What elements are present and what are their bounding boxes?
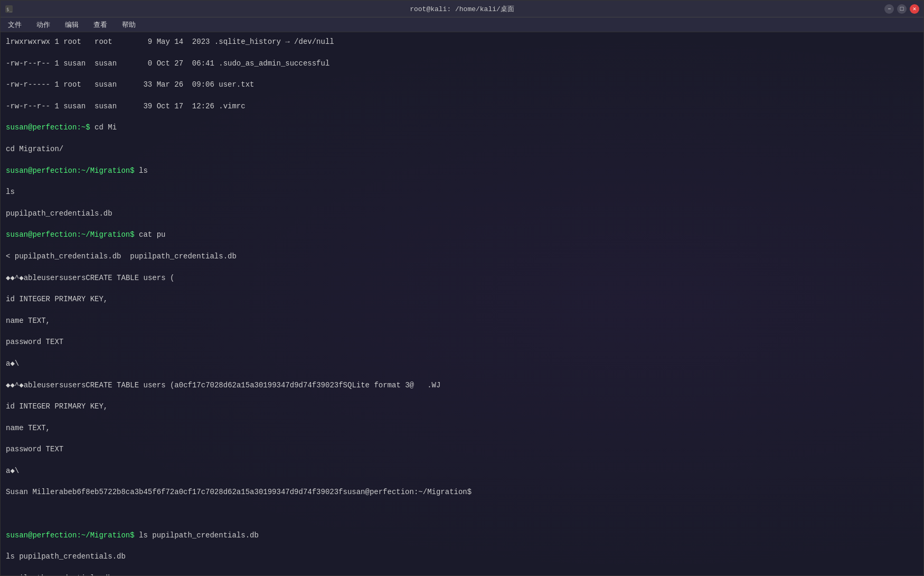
close-button[interactable]: ✕ (910, 4, 919, 14)
line-2: -rw-r--r-- 1 susan susan 0 Oct 27 06:41 … (6, 58, 918, 69)
menubar: 文件 动作 编辑 查看 帮助 (1, 17, 923, 32)
minimize-button[interactable]: － (884, 4, 894, 14)
line-10: susan@perfection:~/Migration$ cat pu (6, 229, 918, 240)
line-23 (6, 508, 918, 519)
line-15: password TEXT (6, 337, 918, 347)
titlebar-title: root@kali: /home/kali/桌面 (410, 4, 514, 14)
menu-view[interactable]: 查看 (90, 19, 110, 31)
line-16: a◆\ (6, 358, 918, 369)
line-7: susan@perfection:~/Migration$ ls (6, 165, 918, 176)
line-14: name TEXT, (6, 315, 918, 326)
line-20: password TEXT (6, 444, 918, 454)
line-5: susan@perfection:~$ cd Mi (6, 122, 918, 133)
svg-text:$_: $_ (6, 7, 12, 12)
terminal-body[interactable]: lrwxrwxrwx 1 root root 9 May 14 2023 .sq… (1, 32, 923, 575)
line-26: pupilpath_credentials.db (6, 573, 918, 575)
line-18: id INTEGER PRIMARY KEY, (6, 401, 918, 412)
menu-file[interactable]: 文件 (5, 19, 25, 31)
line-21: a◆\ (6, 466, 918, 476)
titlebar-left: $_ (5, 5, 13, 13)
line-17: ◆◆^◆ableusersusers​CREATE TABLE users (a… (6, 380, 918, 391)
titlebar: $_ root@kali: /home/kali/桌面 － □ ✕ (1, 1, 923, 17)
terminal-output: lrwxrwxrwx 1 root root 9 May 14 2023 .sq… (6, 36, 918, 575)
line-25: ls pupilpath_credentials.db (6, 551, 918, 562)
line-11: < pupilpath_credentials.db pupilpath_cre… (6, 251, 918, 262)
terminal-icon: $_ (5, 5, 13, 13)
line-13: id INTEGER PRIMARY KEY, (6, 294, 918, 304)
line-6: cd Migration/ (6, 144, 918, 154)
line-3: -rw-r----- 1 root susan 33 Mar 26 09:06 … (6, 79, 918, 90)
menu-action[interactable]: 动作 (33, 19, 53, 31)
terminal-window: $_ root@kali: /home/kali/桌面 － □ ✕ 文件 动作 … (0, 0, 924, 576)
line-4: -rw-r--r-- 1 susan susan 39 Oct 17 12:26… (6, 101, 918, 112)
line-9: pupilpath_credentials.db (6, 208, 918, 219)
menu-help[interactable]: 帮助 (119, 19, 139, 31)
line-8: ls (6, 187, 918, 197)
line-1: lrwxrwxrwx 1 root root 9 May 14 2023 .sq… (6, 36, 918, 47)
line-24: susan@perfection:~/Migration$ ls pupilpa… (6, 530, 918, 541)
titlebar-controls: － □ ✕ (884, 4, 919, 14)
line-12: ◆◆^◆ableusersusers​CREATE TABLE users ( (6, 273, 918, 283)
maximize-button[interactable]: □ (897, 4, 907, 14)
menu-edit[interactable]: 编辑 (62, 19, 82, 31)
line-22: Susan Millerabeb6f8eb5722b8ca3b45f6f72a0… (6, 487, 918, 497)
line-19: name TEXT, (6, 423, 918, 433)
